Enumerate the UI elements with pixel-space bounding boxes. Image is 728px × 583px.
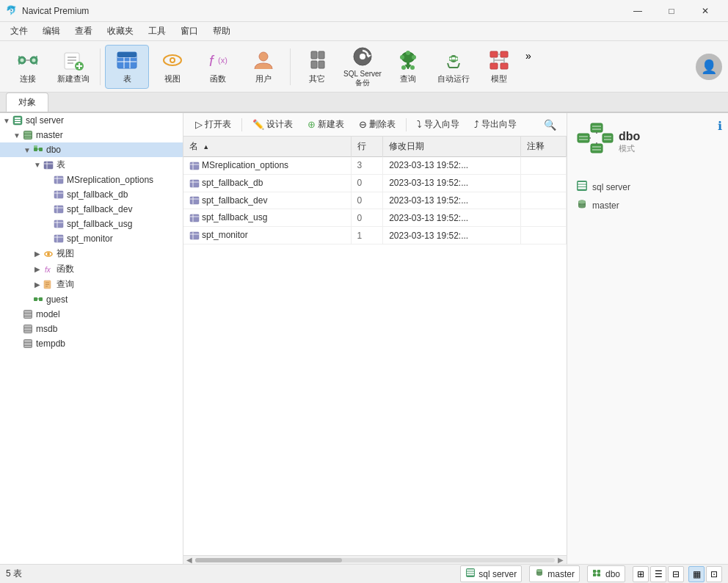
svg-rect-93 [39, 297, 43, 301]
toggle-views[interactable]: ▶ [32, 250, 43, 258]
scroll-track[interactable] [195, 558, 555, 562]
menu-edit[interactable]: 编辑 [35, 23, 68, 40]
scroll-right-btn[interactable]: ▶ [558, 556, 564, 564]
spt-fallback-dev-label: spt_fallback_dev [67, 204, 132, 214]
autorun-label: 自动运行 [437, 73, 470, 84]
toggle-master[interactable]: ▼ [12, 131, 22, 140]
profile-avatar[interactable]: 👤 [696, 54, 722, 80]
import-button[interactable]: ⤵ 导入向导 [411, 116, 465, 133]
new-query-button[interactable]: 新建查询 [51, 45, 95, 89]
sidebar-item-views-group[interactable]: ▶ 视图 [0, 246, 183, 261]
svg-point-144 [578, 205, 586, 209]
user-button[interactable]: 用户 [241, 45, 285, 89]
table-row[interactable]: spt_fallback_db02023-03-13 19:52:... [183, 174, 567, 192]
connect-icon [16, 48, 40, 72]
svg-rect-113 [190, 197, 199, 204]
svg-rect-101 [24, 328, 32, 330]
scroll-left-btn[interactable]: ◀ [186, 556, 192, 564]
toggle-sql-server[interactable]: ▼ [1, 117, 12, 125]
toggle-dbo[interactable]: ▼ [22, 146, 32, 154]
cell-comment [521, 157, 567, 175]
menu-view[interactable]: 查看 [68, 23, 100, 40]
sidebar-item-guest[interactable]: ▶ guest [0, 292, 183, 307]
funcs-group-label: 函数 [57, 263, 74, 275]
toggle-funcs[interactable]: ▶ [32, 265, 43, 273]
sidebar-item-tempdb[interactable]: ▶ tempdb [0, 336, 183, 351]
view-button[interactable]: 视图 [150, 45, 194, 89]
autorun-button[interactable]: 自动运行 [432, 45, 476, 89]
autorun-icon [442, 48, 465, 72]
horizontal-scrollbar[interactable]: ◀ ▶ [183, 555, 567, 564]
open-table-button[interactable]: ▷ 打开表 [189, 116, 237, 133]
col-rows[interactable]: 行 [351, 137, 383, 157]
col-modified[interactable]: 修改日期 [383, 137, 521, 157]
svg-rect-96 [24, 311, 32, 313]
model-button[interactable]: 模型 [477, 45, 521, 89]
sidebar-item-msreplication[interactable]: ▶ MSreplication_options [0, 173, 183, 187]
app-title: Navicat Premium [22, 6, 621, 16]
table-row[interactable]: spt_fallback_dev02023-03-13 19:52:... [183, 192, 567, 209]
function-button[interactable]: f (x) 函数 [196, 45, 240, 89]
list-view-btn[interactable]: ☰ [650, 566, 666, 582]
svg-rect-125 [603, 134, 613, 142]
menu-favorites[interactable]: 收藏夹 [100, 23, 141, 40]
sidebar-item-msdb[interactable]: ▶ msdb [0, 322, 183, 336]
other-button[interactable]: 其它 [295, 45, 339, 89]
sidebar-item-spt-fallback-dev[interactable]: ▶ spt_fallback_dev [0, 202, 183, 217]
cell-name: spt_fallback_usg [183, 209, 351, 227]
sidebar-item-master[interactable]: ▼ master [0, 128, 183, 142]
sidebar-item-spt-fallback-db[interactable]: ▶ spt_fallback_db [0, 187, 183, 202]
svg-rect-107 [190, 162, 199, 170]
menu-tools[interactable]: 工具 [141, 23, 173, 40]
close-button[interactable]: ✕ [688, 0, 722, 22]
sidebar-item-model[interactable]: ▶ model [0, 307, 183, 322]
table-row[interactable]: spt_fallback_usg02023-03-13 19:52:... [183, 209, 567, 227]
sidebar-item-sql-server[interactable]: ▼ sql server [0, 113, 183, 128]
menu-window[interactable]: 窗口 [173, 23, 205, 40]
grid-view-btn[interactable]: ⊞ [633, 566, 649, 582]
detail-view-btn[interactable]: ⊟ [668, 566, 684, 582]
svg-rect-60 [24, 131, 32, 134]
tab-objects[interactable]: 对象 [6, 93, 48, 112]
toolbar-more-btn[interactable]: » [523, 47, 534, 65]
table-view-btn[interactable]: ▦ [688, 566, 705, 582]
search-button[interactable]: 🔍 [539, 117, 561, 133]
connect-button[interactable]: 连接 [6, 45, 50, 89]
delete-table-button[interactable]: ⊖ 删除表 [353, 116, 401, 133]
svg-rect-43 [452, 57, 455, 59]
new-table-button[interactable]: ⊕ 新建表 [302, 116, 350, 133]
cell-modified: 2023-03-13 19:52:... [383, 157, 521, 175]
query-button[interactable]: 查询 [386, 45, 430, 89]
minimize-button[interactable]: — [621, 0, 655, 22]
design-table-button[interactable]: ✏️ 设计表 [247, 116, 299, 133]
col-comment[interactable]: 注释 [521, 137, 567, 157]
info-button[interactable]: ℹ [718, 119, 722, 133]
menu-file[interactable]: 文件 [3, 23, 35, 40]
sidebar-item-spt-fallback-usg[interactable]: ▶ spt_fallback_usg [0, 217, 183, 231]
sidebar-item-queries-group[interactable]: ▶ 查询 [0, 277, 183, 292]
scroll-thumb[interactable] [195, 558, 342, 562]
info-server-row: sql server [576, 180, 719, 194]
table-row[interactable]: spt_monitor12023-03-13 19:52:... [183, 227, 567, 245]
cell-comment [521, 174, 567, 192]
maximize-button[interactable]: □ [655, 0, 688, 22]
status-dbo[interactable]: dbo [587, 565, 625, 582]
col-name[interactable]: 名 ▲ [183, 137, 351, 157]
toggle-queries[interactable]: ▶ [32, 280, 43, 289]
table-button[interactable]: 表 [105, 45, 149, 89]
large-icon-btn[interactable]: ⊡ [706, 566, 722, 582]
sidebar-item-dbo[interactable]: ▼ dbo [0, 142, 183, 157]
backup-button[interactable]: SQL Server 备份 [341, 45, 385, 89]
sidebar-item-tables-group[interactable]: ▼ 表 [0, 157, 183, 173]
sidebar-item-spt-monitor[interactable]: ▶ spt_monitor [0, 231, 183, 246]
status-master[interactable]: master [529, 565, 580, 582]
export-button[interactable]: ⤴ 导出向导 [468, 116, 523, 133]
toggle-tables[interactable]: ▼ [32, 161, 43, 169]
cell-modified: 2023-03-13 19:52:... [383, 192, 521, 209]
sidebar-item-funcs-group[interactable]: ▶ fx 函数 [0, 261, 183, 277]
server-icon [12, 115, 23, 126]
right-panel-header: dbo 模式 [576, 122, 719, 162]
table-row[interactable]: MSreplication_options32023-03-13 19:52:.… [183, 157, 567, 175]
status-sql-server[interactable]: sql server [460, 565, 522, 582]
menu-help[interactable]: 帮助 [205, 23, 238, 40]
